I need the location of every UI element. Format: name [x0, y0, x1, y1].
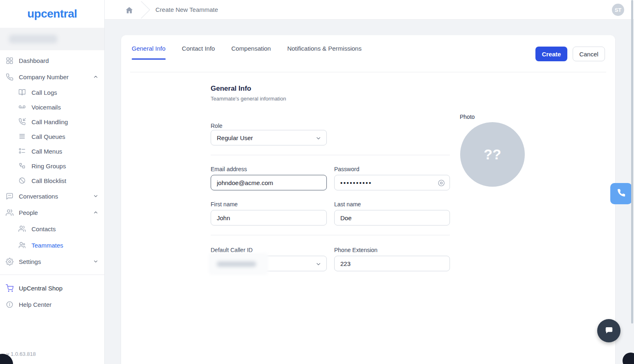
phone-icon [617, 188, 626, 199]
info-icon [5, 300, 13, 308]
tab-bar: General Info Contact Info Compensation N… [132, 45, 362, 60]
email-label: Email address [211, 166, 247, 172]
sidebar-item-label: Teammates [31, 242, 63, 249]
email-field[interactable] [211, 175, 327, 190]
sidebar-item-label: People [19, 209, 38, 216]
app-version: v 1.0.63.818 [7, 351, 36, 357]
sidebar-item-label: Dashboard [19, 57, 49, 64]
section-subtitle: Teammate's general information [211, 96, 286, 102]
people-icon [5, 208, 13, 217]
sidebar-item-label: Call Logs [31, 89, 57, 96]
sidebar-item-label: Ring Groups [31, 163, 66, 170]
last-name-label: Last name [334, 201, 361, 208]
chat-icon [5, 192, 13, 200]
sidebar-item-dashboard[interactable]: Dashboard [0, 52, 104, 69]
cancel-button[interactable]: Cancel [573, 47, 605, 61]
tab-general-info[interactable]: General Info [132, 45, 166, 60]
sidebar-footer: UpCentral Shop Help Center [0, 275, 104, 313]
caller-id-redacted-value [217, 261, 256, 267]
phone-extension-label: Phone Extension [334, 247, 378, 253]
sidebar-item-label: Settings [19, 258, 41, 265]
sidebar-item-call-logs[interactable]: Call Logs [0, 85, 104, 100]
sidebar-item-company-number[interactable]: Company Number [0, 69, 104, 85]
role-label: Role [211, 123, 223, 129]
gear-icon [5, 257, 13, 266]
sidebar-item-label: UpCentral Shop [19, 285, 63, 292]
sidebar-item-call-menus[interactable]: Call Menus [0, 144, 104, 159]
org-name-band [0, 28, 104, 50]
tab-notifications-permissions[interactable]: Notifications & Permissions [287, 45, 362, 60]
sidebar-item-settings[interactable]: Settings [0, 253, 104, 270]
sidebar-item-label: Call Queues [31, 133, 65, 140]
sidebar-item-help-center[interactable]: Help Center [0, 296, 104, 313]
ring-groups-icon [18, 162, 26, 170]
phone-dock-button[interactable] [610, 183, 632, 204]
last-name-field[interactable] [334, 210, 450, 226]
home-icon[interactable] [125, 6, 133, 14]
phone-incoming-icon [18, 118, 26, 126]
sidebar-item-label: Call Menus [31, 148, 62, 155]
sidebar-item-call-blocklist[interactable]: Call Blocklist [0, 173, 104, 188]
password-label: Password [334, 166, 359, 172]
create-button[interactable]: Create [535, 47, 567, 61]
chevron-up-icon[interactable] [93, 74, 99, 80]
breadcrumb-current: Create New Teammate [155, 6, 218, 13]
default-caller-id-label: Default Caller ID [211, 247, 253, 253]
sidebar-item-contacts[interactable]: Contacts [0, 221, 104, 237]
chat-widget-button[interactable] [597, 319, 621, 342]
sidebar-item-people[interactable]: People [0, 204, 104, 221]
cart-icon [5, 284, 13, 292]
sidebar-item-label: Call Blocklist [31, 177, 66, 184]
sidebar-item-label: Contacts [31, 226, 56, 232]
password-field[interactable]: •••••••••• [334, 175, 450, 190]
chevron-up-icon[interactable] [93, 210, 99, 215]
sidebar-item-conversations[interactable]: Conversations [0, 188, 104, 204]
sidebar-item-call-handling[interactable]: Call Handling [0, 114, 104, 129]
default-caller-id-select[interactable] [211, 256, 327, 271]
photo-upload-placeholder[interactable]: ?? [460, 122, 525, 187]
breadcrumb-separator [140, 0, 151, 21]
photo-label: Photo [460, 114, 475, 120]
show-password-icon[interactable] [437, 179, 445, 187]
role-select-value: Regular User [217, 134, 253, 141]
voicemail-icon [18, 103, 26, 111]
dashboard-icon [5, 56, 13, 65]
phone-extension-field[interactable] [334, 256, 450, 271]
password-dots: •••••••••• [340, 179, 372, 186]
book-icon [18, 88, 26, 96]
blocklist-icon [18, 176, 26, 185]
sidebar-item-ring-groups[interactable]: Ring Groups [0, 159, 104, 173]
sidebar-item-call-queues[interactable]: Call Queues [0, 129, 104, 144]
teammates-icon [18, 241, 26, 249]
sidebar-item-label: Help Center [19, 301, 52, 308]
role-select[interactable]: Regular User [211, 130, 327, 145]
section-title: General Info [211, 85, 251, 93]
chevron-down-icon[interactable] [93, 193, 99, 199]
sidebar-item-upcentral-shop[interactable]: UpCentral Shop [0, 280, 104, 296]
chevron-down-icon [315, 135, 321, 143]
tab-compensation[interactable]: Compensation [231, 45, 271, 60]
chevron-down-icon [315, 261, 321, 268]
tabs-divider [130, 72, 606, 72]
app-logo: upcentral [0, 0, 104, 28]
sidebar-item-teammates[interactable]: Teammates [0, 237, 104, 253]
sidebar-nav: Dashboard Company Number Call Logs Voice… [0, 50, 104, 270]
content-area: General Info Contact Info Compensation N… [105, 20, 634, 364]
tab-contact-info[interactable]: Contact Info [182, 45, 215, 60]
sidebar-item-voicemails[interactable]: Voicemails [0, 100, 104, 114]
scrollbar-thumb[interactable] [631, 0, 633, 324]
phone-icon [5, 73, 13, 81]
menu-tree-icon [18, 147, 26, 155]
queue-lines-icon [18, 132, 26, 141]
user-avatar[interactable]: ST [612, 4, 624, 16]
sidebar-item-label: Voicemails [31, 104, 61, 111]
first-name-label: First name [211, 201, 238, 208]
chevron-down-icon[interactable] [93, 259, 99, 264]
sidebar-item-label: Call Handling [31, 118, 68, 125]
sidebar-item-label: Company Number [19, 74, 69, 80]
sidebar: upcentral Dashboard Company Number Call … [0, 0, 105, 364]
first-name-field[interactable] [211, 210, 327, 226]
create-teammate-card: General Info Contact Info Compensation N… [121, 35, 615, 364]
form-divider [211, 235, 450, 235]
org-name-redacted [9, 35, 57, 43]
